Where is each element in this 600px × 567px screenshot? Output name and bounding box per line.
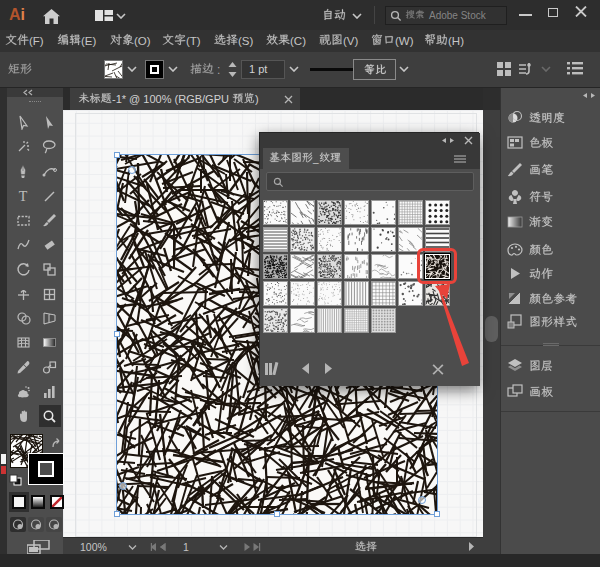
- svg-text:T: T: [18, 189, 27, 204]
